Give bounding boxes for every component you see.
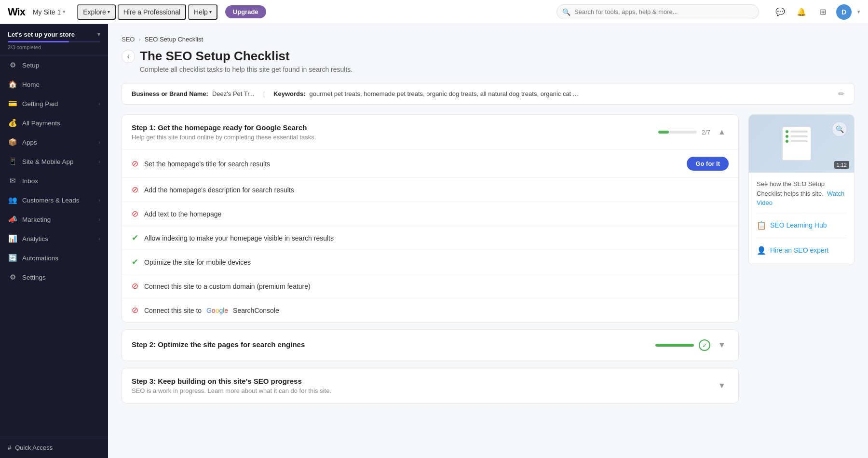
upgrade-button[interactable]: Upgrade (225, 5, 266, 18)
breadcrumb: SEO › SEO Setup Checklist (122, 36, 854, 43)
sidebar: Let's set up your store ▾ 2/3 completed … (0, 24, 108, 458)
quick-access-hash: # (8, 444, 11, 451)
all-payments-icon: 💰 (8, 119, 17, 127)
search-input[interactable] (556, 4, 759, 19)
help-link[interactable]: Help ▾ (188, 4, 217, 20)
home-icon: 🏠 (8, 80, 17, 89)
sidebar-item-inbox[interactable]: ✉ Inbox (0, 171, 108, 190)
task-item-title: ⊘ Set the homepage's title for search re… (122, 150, 738, 178)
step1-task-list: ⊘ Set the homepage's title for search re… (122, 149, 738, 322)
step3-toggle[interactable]: ▼ (715, 379, 729, 392)
sidebar-item-home[interactable]: 🏠 Home (0, 75, 108, 94)
step2-title: Step 2: Optimize the site pages for sear… (132, 340, 655, 349)
step3-card: Step 3: Keep building on this site's SEO… (122, 368, 739, 404)
page-subtitle: Complete all checklist tasks to help thi… (140, 66, 854, 73)
sidebar-item-label-setup: Setup (22, 62, 39, 69)
customers-leads-arrow: › (98, 197, 100, 203)
task1-label: Set the homepage's title for search resu… (144, 160, 681, 168)
step3-info: Step 3: Keep building on this site's SEO… (132, 377, 715, 394)
task5-success-icon: ✔ (132, 257, 138, 267)
nav-icon-group: 💬 🔔 ⊞ D ▾ (773, 4, 860, 20)
right-card: 🔍 1:12 See how the SEO Setup Checklist h… (748, 114, 854, 265)
info-bar: Business or Brand Name: Deez's Pet Tr...… (122, 83, 854, 105)
step3-header[interactable]: Step 3: Keep building on this site's SEO… (122, 368, 738, 403)
hire-seo-expert-action[interactable]: 👤 Hire an SEO expert (757, 243, 846, 258)
notification-icon-button[interactable]: 🔔 (794, 4, 809, 20)
sidebar-item-automations[interactable]: 🔄 Automations (0, 248, 108, 268)
hire-professional-link[interactable]: Hire a Professional (118, 4, 186, 20)
sidebar-progress-bar (8, 41, 100, 42)
site-mobile-icon: 📱 (8, 157, 17, 166)
edit-info-icon[interactable]: ✏ (838, 89, 844, 98)
explore-link[interactable]: Explore ▾ (77, 4, 115, 20)
brand-value: Deez's Pet Tr... (212, 90, 255, 97)
main-body: Let's set up your store ▾ 2/3 completed … (0, 24, 868, 458)
task-item-mobile: ✔ Optimize the site for mobile devices (122, 250, 738, 274)
apps-arrow: › (98, 139, 100, 145)
sidebar-item-setup[interactable]: ⚙ Setup (0, 55, 108, 75)
sidebar-item-label-apps: Apps (22, 139, 37, 146)
step1-header[interactable]: Step 1: Get the homepage ready for Googl… (122, 115, 738, 149)
step1-title: Step 1: Get the homepage ready for Googl… (132, 123, 658, 132)
sidebar-item-marketing[interactable]: 📣 Marketing › (0, 210, 108, 229)
step2-progress-bar (655, 344, 694, 347)
task1-error-icon: ⊘ (132, 159, 138, 169)
quick-access-button[interactable]: # Quick Access (8, 444, 100, 451)
sidebar-item-label-home: Home (22, 81, 40, 88)
sidebar-item-settings[interactable]: ⚙ Settings (0, 268, 108, 287)
sidebar-store-title: Let's set up your store ▾ (8, 31, 100, 38)
search-container: 🔍 (556, 4, 759, 19)
site-name-dropdown[interactable]: My Site 1 ▾ (33, 8, 66, 16)
video-thumbnail[interactable]: 🔍 1:12 (749, 115, 854, 173)
right-card-body: See how the SEO Setup Checklist helps th… (749, 173, 854, 265)
wix-logo: Wix (8, 6, 25, 18)
step1-desc: Help get this site found online by compl… (132, 134, 658, 141)
grid-icon-button[interactable]: ⊞ (815, 4, 830, 20)
steps-and-sidebar: Step 1: Get the homepage ready for Googl… (122, 114, 854, 404)
page-title-row: ‹ The SEO Setup Checklist (122, 49, 854, 64)
task4-label: Allow indexing to make your homepage vis… (144, 234, 729, 242)
step2-progress-fill (655, 344, 694, 347)
analytics-arrow: › (98, 236, 100, 242)
seo-hub-label: SEO Learning Hub (770, 221, 827, 229)
keywords-label: Keywords: (273, 90, 305, 97)
top-navigation: Wix My Site 1 ▾ Explore ▾ Hire a Profess… (0, 0, 868, 24)
right-card-desc-text: See how the SEO Setup Checklist helps th… (757, 180, 825, 197)
checklist-dot-3 (786, 140, 788, 143)
sidebar-item-site-mobile[interactable]: 📱 Site & Mobile App › (0, 152, 108, 171)
sidebar-item-apps[interactable]: 📦 Apps › (0, 133, 108, 152)
step2-toggle[interactable]: ▼ (715, 338, 729, 352)
step1-card: Step 1: Get the homepage ready for Googl… (122, 114, 739, 323)
task3-error-icon: ⊘ (132, 209, 138, 219)
getting-paid-arrow: › (98, 101, 100, 107)
brand-label: Business or Brand Name: (132, 90, 208, 97)
step2-header[interactable]: Step 2: Optimize the site pages for sear… (122, 330, 738, 361)
step1-progress-bar (658, 131, 697, 134)
sidebar-item-label-inbox: Inbox (22, 177, 38, 185)
avatar-chevron[interactable]: ▾ (857, 9, 860, 15)
sidebar-item-customers-leads[interactable]: 👥 Customers & Leads › (0, 190, 108, 210)
back-button[interactable]: ‹ (122, 50, 135, 63)
info-bar-sep: | (263, 90, 265, 97)
step1-progress-fill (658, 131, 669, 134)
step1-toggle[interactable]: ▲ (715, 125, 729, 139)
checklist-dot-2 (786, 135, 788, 138)
go-for-it-button[interactable]: Go for It (687, 157, 729, 171)
breadcrumb-seo[interactable]: SEO (122, 36, 135, 43)
marketing-arrow: › (98, 216, 100, 222)
task-item-indexing: ✔ Allow indexing to make your homepage v… (122, 226, 738, 250)
checklist-line-3 (786, 140, 808, 143)
sidebar-item-label-all-payments: All Payments (22, 120, 60, 127)
task4-success-icon: ✔ (132, 233, 138, 243)
chat-icon-button[interactable]: 💬 (773, 4, 788, 20)
task2-label: Add the homepage's description for searc… (144, 186, 729, 194)
sidebar-item-analytics[interactable]: 📊 Analytics › (0, 229, 108, 248)
inbox-icon: ✉ (8, 176, 17, 185)
seo-learning-hub-action[interactable]: 📋 SEO Learning Hub (757, 218, 846, 233)
sidebar-item-getting-paid[interactable]: 💳 Getting Paid › (0, 94, 108, 113)
sidebar-item-all-payments[interactable]: 💰 All Payments (0, 113, 108, 133)
avatar[interactable]: D (836, 4, 852, 20)
sidebar-progress-fill (8, 41, 69, 42)
sidebar-item-label-site-mobile: Site & Mobile App (22, 158, 74, 165)
task-item-google-console: ⊘ Connect this site to Google SearchCons… (122, 298, 738, 322)
